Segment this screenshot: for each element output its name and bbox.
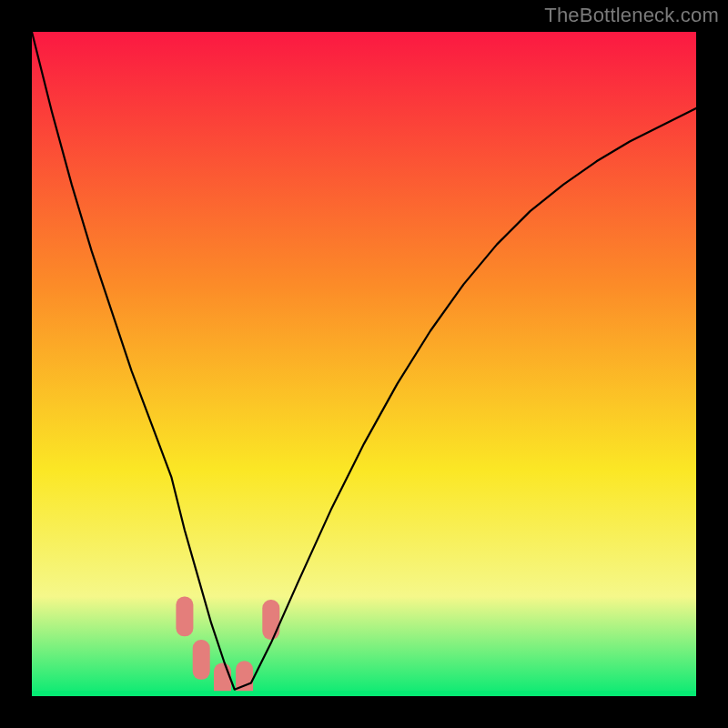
data-marker xyxy=(176,597,193,637)
bottleneck-plot xyxy=(32,32,696,696)
chart-frame: TheBottleneck.com xyxy=(0,0,728,728)
gradient-background xyxy=(32,32,696,696)
data-marker xyxy=(262,600,279,640)
plot-area xyxy=(32,32,696,696)
data-marker xyxy=(236,661,253,696)
watermark-text: TheBottleneck.com xyxy=(544,4,719,27)
data-marker xyxy=(193,640,210,680)
baseline-strip xyxy=(32,691,696,696)
